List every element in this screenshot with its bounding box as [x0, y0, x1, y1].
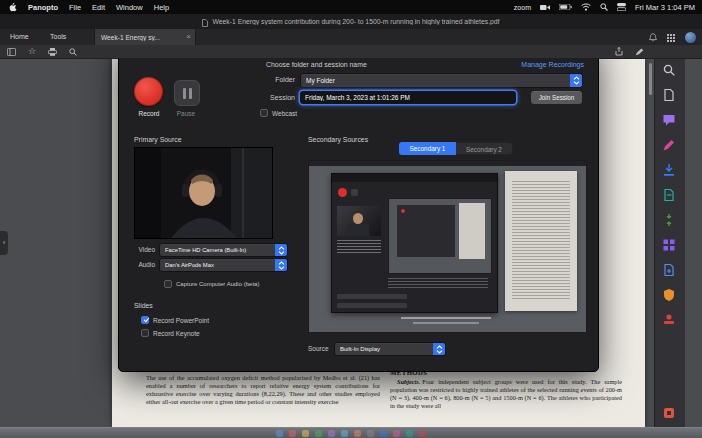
- stamp-icon[interactable]: [662, 313, 678, 329]
- app-tabbar: Home Tools Week-1 Energy sy... ×: [0, 29, 702, 45]
- menu-edit[interactable]: Edit: [92, 3, 105, 12]
- more-tools-icon[interactable]: [662, 406, 678, 422]
- create-pdf-icon[interactable]: [662, 263, 678, 279]
- battery-icon[interactable]: [559, 4, 572, 10]
- webcam-preview: [134, 147, 273, 239]
- folder-label: Folder: [239, 76, 295, 83]
- dock-app-icon[interactable]: [406, 430, 413, 437]
- macos-dock[interactable]: [0, 427, 702, 438]
- chevron-updown-icon: [275, 244, 287, 256]
- search-document-icon[interactable]: [69, 48, 77, 56]
- record-session-dialog: Record A Session ⚙ Choose folder and ses…: [118, 40, 599, 372]
- dock-app-icon[interactable]: [380, 430, 387, 437]
- spotlight-search-icon[interactable]: [600, 3, 608, 11]
- screen: Panopto File Edit Window Help zoom Fri: [0, 0, 702, 438]
- session-name-input[interactable]: [300, 91, 516, 104]
- compress-pdf-icon[interactable]: [662, 213, 678, 229]
- manage-recordings-link[interactable]: Manage Recordings: [521, 61, 584, 68]
- dock-app-icon[interactable]: [315, 430, 322, 437]
- preview-recorder-window: [331, 173, 498, 313]
- audio-source-select[interactable]: Dan's AirPods Max: [159, 258, 288, 272]
- scrollbar[interactable]: [649, 63, 652, 95]
- dock-app-icon[interactable]: [289, 430, 296, 437]
- notifications-bell-icon[interactable]: [649, 28, 657, 46]
- dock-app-icon[interactable]: [341, 430, 348, 437]
- display-source-select[interactable]: Built-In Display: [334, 342, 446, 356]
- dock-app-icon[interactable]: [419, 430, 426, 437]
- secondary-screen-preview: [308, 160, 587, 333]
- menu-help[interactable]: Help: [154, 3, 169, 12]
- tab-document[interactable]: Week-1 Energy sy... ×: [94, 29, 196, 45]
- tab-tools[interactable]: Tools: [50, 29, 66, 45]
- favorite-star-icon[interactable]: ☆: [28, 47, 36, 56]
- dock-app-icon[interactable]: [276, 430, 283, 437]
- signature-pen-icon[interactable]: [635, 48, 644, 56]
- preview-pdf-window: [505, 171, 577, 311]
- wifi-icon[interactable]: [581, 3, 591, 11]
- video-label: Video: [119, 246, 155, 253]
- video-camera-icon[interactable]: [540, 4, 550, 11]
- user-avatar[interactable]: [685, 32, 696, 43]
- macos-menubar: Panopto File Edit Window Help zoom Fri: [0, 0, 702, 14]
- source-label: Source: [308, 345, 329, 352]
- menubar-clock[interactable]: Fri Mar 3 1:04 PM: [635, 3, 695, 12]
- export-pdf-icon[interactable]: [662, 163, 678, 179]
- session-label: Session: [239, 94, 295, 101]
- comment-icon[interactable]: [662, 113, 678, 129]
- slides-heading: Slides: [134, 302, 153, 309]
- pause-button[interactable]: [174, 80, 200, 106]
- record-button[interactable]: [134, 77, 163, 106]
- app-toolbar: ☆: [0, 45, 702, 59]
- pause-button-label: Pause: [166, 110, 206, 117]
- scan-ocr-icon[interactable]: [662, 188, 678, 204]
- capture-computer-audio-checkbox[interactable]: [164, 280, 172, 288]
- chevron-updown-icon: [275, 259, 287, 271]
- tab-secondary-2[interactable]: Secondary 2: [456, 142, 513, 155]
- side-panel-toggle-icon[interactable]: [7, 48, 16, 56]
- menu-file[interactable]: File: [69, 3, 81, 12]
- folder-select[interactable]: My Folder: [300, 73, 583, 88]
- tab-home[interactable]: Home: [10, 29, 29, 45]
- dock-app-icon[interactable]: [393, 430, 400, 437]
- webcast-checkbox[interactable]: [260, 109, 268, 117]
- control-center-icon[interactable]: [617, 3, 626, 11]
- apple-menu-icon[interactable]: [9, 2, 17, 12]
- capture-computer-audio-label: Capture Computer Audio (beta): [176, 281, 259, 287]
- dock-app-icon[interactable]: [302, 430, 309, 437]
- organize-pages-icon[interactable]: [662, 238, 678, 254]
- zoom-status-item[interactable]: zoom: [514, 4, 531, 11]
- close-tab-icon[interactable]: ×: [186, 29, 191, 45]
- sidebar-pull-tab[interactable]: ‹: [0, 231, 8, 255]
- pdf-left-column: The use of the accumulated oxygen defici…: [146, 374, 380, 426]
- chevron-left-icon: ‹: [3, 238, 6, 247]
- find-tools-icon[interactable]: [662, 63, 678, 79]
- fill-sign-icon[interactable]: [662, 138, 678, 154]
- secondary-sources-heading: Secondary Sources: [308, 136, 368, 143]
- page-thumbnails-icon[interactable]: [662, 88, 678, 104]
- menubar-app-name[interactable]: Panopto: [28, 3, 58, 12]
- join-session-button[interactable]: Join Session: [531, 91, 582, 104]
- record-keynote-label: Record Keynote: [153, 330, 200, 337]
- chevron-updown-icon: [570, 74, 582, 87]
- dock-app-icon[interactable]: [328, 430, 335, 437]
- document-icon: [202, 13, 208, 31]
- webcast-label: Webcast: [272, 110, 297, 117]
- dock-app-icon[interactable]: [367, 430, 374, 437]
- primary-source-heading: Primary Source: [134, 136, 181, 143]
- choose-folder-heading: Choose folder and session name: [266, 61, 367, 68]
- print-icon[interactable]: [48, 48, 57, 56]
- dock-app-icon[interactable]: [354, 430, 361, 437]
- video-source-select[interactable]: FaceTime HD Camera (Built-In): [159, 243, 288, 257]
- record-powerpoint-checkbox[interactable]: [141, 316, 149, 324]
- chevron-updown-icon: [433, 343, 445, 355]
- tools-strip: [654, 58, 685, 427]
- tab-secondary-1[interactable]: Secondary 1: [399, 142, 456, 155]
- menu-window[interactable]: Window: [116, 3, 143, 12]
- record-powerpoint-label: Record PowerPoint: [153, 317, 209, 324]
- share-icon[interactable]: [615, 47, 623, 56]
- window-titlebar: Week-1 Energy system contribution during…: [0, 14, 702, 29]
- record-keynote-checkbox[interactable]: [141, 329, 149, 337]
- protect-pdf-icon[interactable]: [662, 288, 678, 304]
- pdf-right-column: Subjects.Four independent subject groups…: [390, 378, 622, 426]
- apps-grid-icon[interactable]: [667, 28, 675, 46]
